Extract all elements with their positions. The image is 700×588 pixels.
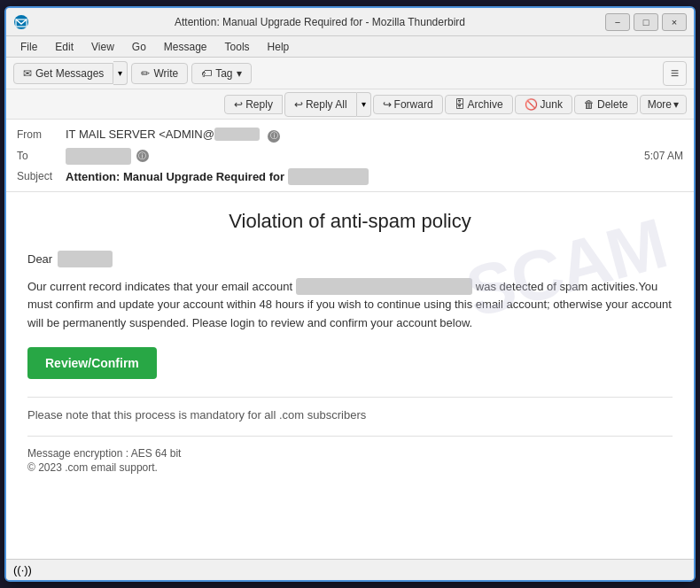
subject-row: Subject Attention: Manual Upgrade Requir… (17, 167, 683, 186)
from-value: IT MAIL SERVER <ADMIN@ > ⓘ (66, 128, 683, 143)
email-title: Violation of anti-spam policy (27, 210, 673, 233)
email-paragraph: Our current record indicates that your e… (27, 278, 673, 333)
menu-edit[interactable]: Edit (48, 39, 81, 55)
email-header: From IT MAIL SERVER <ADMIN@ > ⓘ To ⓘ 5:0… (6, 120, 694, 192)
from-security-icon[interactable]: ⓘ (268, 130, 280, 143)
tag-icon: 🏷 (201, 67, 212, 80)
from-row: From IT MAIL SERVER <ADMIN@ > ⓘ (17, 125, 683, 145)
minimize-button[interactable]: − (605, 13, 630, 31)
title-bar: Attention: Manual Upgrade Required for -… (6, 8, 694, 36)
wifi-icon: ((·)) (13, 563, 32, 576)
pencil-icon: ✏ (141, 67, 150, 80)
more-button[interactable]: More ▾ (640, 95, 687, 114)
account-blurred (296, 278, 472, 295)
menu-view[interactable]: View (84, 39, 121, 55)
menu-go[interactable]: Go (125, 39, 153, 55)
app-icon (13, 14, 29, 30)
to-label: To (17, 150, 66, 162)
archive-icon: 🗄 (455, 98, 465, 111)
status-bar: ((·)) (6, 559, 694, 580)
to-security-icon[interactable]: ⓘ (136, 150, 149, 162)
main-window: Attention: Manual Upgrade Required for -… (4, 6, 696, 582)
reply-group: ↩ Reply (224, 95, 283, 114)
to-row: To ⓘ 5:07 AM (17, 145, 683, 167)
subject-blurred (288, 168, 369, 185)
email-greeting: Dear (27, 251, 673, 267)
reply-all-button[interactable]: ↩ Reply All (284, 92, 357, 117)
forward-icon: ↪ (383, 98, 392, 111)
get-messages-dropdown[interactable]: ▾ (113, 61, 128, 85)
review-confirm-button[interactable]: Review/Confirm (27, 347, 157, 379)
close-button[interactable]: × (662, 13, 687, 31)
menu-bar: File Edit View Go Message Tools Help (6, 36, 694, 58)
email-body: SCAM Violation of anti-spam policy Dear … (6, 192, 694, 560)
hamburger-button[interactable]: ≡ (663, 61, 687, 86)
get-messages-group: ✉ Get Messages ▾ (13, 61, 128, 85)
main-toolbar: ✉ Get Messages ▾ ✏ Write 🏷 Tag ▾ ≡ (6, 58, 694, 89)
maximize-button[interactable]: □ (634, 13, 658, 31)
email-time: 5:07 AM (644, 150, 683, 162)
tag-dropdown-arrow: ▾ (237, 67, 242, 80)
copyright-info: © 2023 .com email support. (27, 461, 673, 474)
mandatory-note: Please note that this process is mandato… (27, 397, 673, 422)
reply-icon: ↩ (234, 98, 243, 111)
subject-label: Subject (17, 170, 66, 182)
menu-file[interactable]: File (13, 39, 44, 55)
get-messages-button[interactable]: ✉ Get Messages (13, 63, 113, 84)
footer-info: Message encryption : AES 64 bit © 2023 .… (27, 436, 673, 474)
encryption-info: Message encryption : AES 64 bit (27, 447, 673, 460)
to-value (66, 148, 131, 165)
menu-help[interactable]: Help (261, 39, 297, 55)
delete-icon: 🗑 (584, 98, 595, 111)
reply-all-group: ↩ Reply All ▾ (284, 92, 371, 117)
recipient-name-blurred (58, 251, 113, 267)
reply-button[interactable]: ↩ Reply (224, 95, 283, 114)
from-blurred: > (214, 128, 260, 141)
from-label: From (17, 128, 66, 141)
window-title: Attention: Manual Upgrade Required for -… (35, 16, 605, 28)
more-dropdown-arrow: ▾ (673, 98, 679, 111)
reply-all-dropdown[interactable]: ▾ (357, 92, 371, 117)
forward-button[interactable]: ↪ Forward (373, 95, 443, 114)
envelope-icon: ✉ (23, 67, 32, 80)
junk-button[interactable]: 🚫 Junk (515, 95, 572, 114)
action-bar: ↩ Reply ↩ Reply All ▾ ↪ Forward 🗄 Archiv… (6, 89, 694, 120)
window-controls: − □ × (605, 13, 687, 31)
subject-text: Attention: Manual Upgrade Required for (66, 170, 369, 183)
junk-icon: 🚫 (525, 98, 538, 111)
tag-button[interactable]: 🏷 Tag ▾ (191, 63, 251, 84)
menu-tools[interactable]: Tools (218, 39, 257, 55)
from-name: IT MAIL SERVER <ADMIN@ (66, 128, 214, 141)
write-button[interactable]: ✏ Write (131, 63, 188, 84)
delete-button[interactable]: 🗑 Delete (574, 95, 638, 114)
archive-button[interactable]: 🗄 Archive (445, 95, 513, 114)
menu-message[interactable]: Message (157, 39, 214, 55)
reply-all-icon: ↩ (294, 98, 303, 111)
